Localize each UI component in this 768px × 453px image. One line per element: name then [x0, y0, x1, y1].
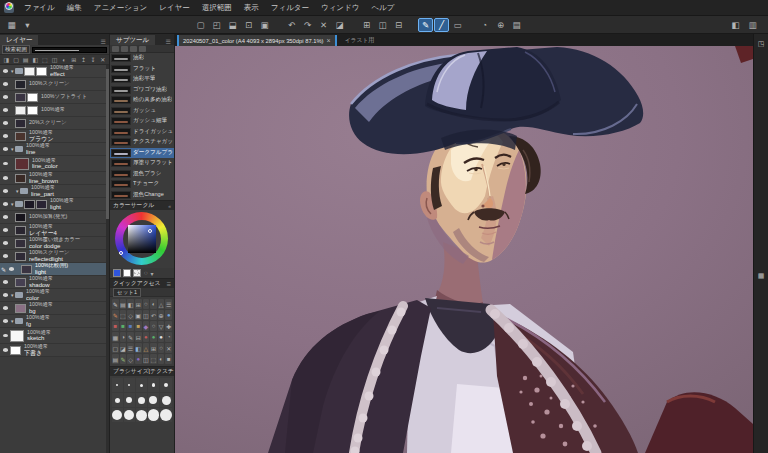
- layer-visibility-icon[interactable]: [1, 78, 10, 90]
- eyedropper-icon[interactable]: ◌: [144, 270, 148, 276]
- quick-access-item-33[interactable]: ◪: [120, 343, 127, 353]
- brush-item-12[interactable]: Tチョーク: [110, 179, 174, 190]
- layer-row-line_part[interactable]: ▼100%通常line_part: [0, 185, 109, 198]
- layer-row-shadow[interactable]: 100%通常shadow: [0, 276, 109, 289]
- brush-item-7[interactable]: ドライガッシュ: [110, 127, 174, 138]
- redo-icon[interactable]: ↷: [300, 18, 315, 32]
- zoom-fit-icon[interactable]: ⊕: [493, 18, 508, 32]
- layer-row-unnamed-3[interactable]: 100%通常: [0, 104, 109, 117]
- brush-item-8[interactable]: テクスチャガッシュ: [110, 137, 174, 148]
- layer-filter-bar[interactable]: [32, 47, 107, 53]
- mask-icon[interactable]: ◐: [60, 55, 69, 64]
- main-color-swatch[interactable]: [113, 269, 121, 277]
- brush-item-3[interactable]: ゴワゴワ油彩: [110, 85, 174, 96]
- layer-visibility-icon[interactable]: [1, 302, 10, 314]
- quick-access-item-12[interactable]: ◫: [143, 310, 150, 320]
- quick-access-item-42[interactable]: ◇: [127, 354, 134, 364]
- brush-item-4[interactable]: 絵の具多め油彩: [110, 95, 174, 106]
- quick-access-item-1[interactable]: ▤: [120, 299, 127, 309]
- layer-visibility-icon[interactable]: [1, 158, 10, 170]
- quick-access-item-13[interactable]: ↶: [150, 310, 157, 320]
- sub-color-swatch[interactable]: [123, 269, 131, 277]
- export-icon[interactable]: ⊡: [241, 18, 256, 32]
- color-history-icon[interactable]: ▾: [151, 270, 154, 277]
- down-icon[interactable]: ↧: [89, 55, 98, 64]
- brush-size-0[interactable]: [112, 378, 123, 392]
- open-file-icon[interactable]: ◰: [209, 18, 224, 32]
- palette-menu-icon[interactable]: ☰: [98, 38, 109, 45]
- quick-access-item-18[interactable]: ■: [127, 321, 134, 331]
- document-tab-0[interactable]: 20240507_01_color (A4 4093 x 2894px 350d…: [177, 35, 337, 46]
- menu-item-3[interactable]: レイヤー: [153, 0, 196, 16]
- layer-row-レイヤー4[interactable]: 100%通常レイヤー4: [0, 224, 109, 237]
- brush-item-10[interactable]: 厚塗りフラット: [110, 158, 174, 169]
- layer-visibility-icon[interactable]: [1, 198, 10, 210]
- quick-access-item-32[interactable]: ▢: [112, 343, 119, 353]
- layer-visibility-icon[interactable]: [1, 289, 10, 301]
- hue-cursor[interactable]: [119, 251, 123, 255]
- layer-visibility-icon[interactable]: [1, 185, 10, 197]
- workspace-icon[interactable]: ◧: [728, 18, 743, 32]
- color-set-icon[interactable]: [5, 2, 13, 10]
- menu-item-6[interactable]: フィルター: [265, 0, 315, 16]
- category-icon-4[interactable]: [139, 46, 146, 52]
- menu-item-5[interactable]: 表示: [238, 0, 265, 16]
- layer-row-color dodge[interactable]: 100%覆い焼きカラーcolor dodge: [0, 237, 109, 250]
- menu-item-4[interactable]: 選択範囲: [196, 0, 238, 16]
- menu-item-2[interactable]: アニメーション: [88, 0, 154, 16]
- layer-row-sketch[interactable]: 100%通常sketch: [0, 328, 109, 344]
- layer-row-line_brown[interactable]: 100%通常line_brown: [0, 172, 109, 185]
- quick-access-set-dropdown[interactable]: セット1: [113, 288, 141, 297]
- vector-snap-icon[interactable]: ▭: [450, 18, 465, 32]
- brush-size-13[interactable]: [148, 408, 160, 422]
- menu-item-0[interactable]: ファイル: [18, 0, 61, 16]
- quick-access-item-44[interactable]: ◫: [143, 354, 150, 364]
- quick-access-item-43[interactable]: ●: [135, 354, 142, 364]
- layer-row-unnamed-1[interactable]: 100%スクリーン: [0, 78, 109, 91]
- canvas-artwork[interactable]: [175, 46, 753, 453]
- palette-dock-icon[interactable]: ▦: [4, 18, 19, 32]
- layer-visibility-icon[interactable]: [1, 315, 10, 327]
- quick-access-item-16[interactable]: ■: [112, 321, 119, 331]
- layer-visibility-icon[interactable]: [1, 130, 10, 142]
- layer-visibility-icon[interactable]: [1, 172, 10, 184]
- quick-access-item-15[interactable]: ●: [165, 310, 172, 320]
- quick-access-item-4[interactable]: ○: [143, 299, 150, 309]
- quick-access-item-29[interactable]: ●: [150, 332, 157, 342]
- layer-visibility-icon[interactable]: [1, 117, 10, 129]
- quick-access-item-46[interactable]: ◐: [158, 354, 165, 364]
- transparent-color-chip[interactable]: [133, 269, 141, 277]
- layer-visibility-icon[interactable]: [1, 211, 10, 223]
- layer-row-下書き[interactable]: 100%通常下書き: [0, 344, 109, 357]
- quick-access-item-35[interactable]: ◧: [135, 343, 142, 353]
- layer-visibility-icon[interactable]: [1, 250, 10, 262]
- quick-access-item-23[interactable]: ✚: [165, 321, 172, 331]
- collapse-icon[interactable]: «: [168, 203, 171, 209]
- quick-access-item-9[interactable]: ⬚: [120, 310, 127, 320]
- quick-access-item-37[interactable]: ⊞: [150, 343, 157, 353]
- color-wheel[interactable]: [110, 210, 174, 268]
- layer-row-light[interactable]: ▼100%通常light: [0, 198, 109, 211]
- brush-size-5[interactable]: [112, 393, 123, 407]
- quick-access-item-26[interactable]: ✎: [127, 332, 134, 342]
- new-layer-icon[interactable]: ▢: [12, 55, 21, 64]
- brush-size-3[interactable]: [148, 378, 160, 392]
- navigator-icon[interactable]: ▤: [509, 18, 524, 32]
- layer-row-fg[interactable]: ▼100%通常fg: [0, 315, 109, 328]
- tab-subtool[interactable]: サブツール: [110, 35, 155, 45]
- sv-cursor[interactable]: [148, 229, 152, 233]
- brush-size-8[interactable]: [148, 393, 160, 407]
- menu-item-7[interactable]: ウィンドウ: [315, 0, 365, 16]
- brush-item-5[interactable]: ガッシュ: [110, 106, 174, 117]
- brush-item-11[interactable]: 混色ブラシ: [110, 169, 174, 180]
- color-wheel-header[interactable]: カラーサークル «: [110, 200, 174, 210]
- layer-row-unnamed-4[interactable]: 20%スクリーン: [0, 117, 109, 130]
- brush-item-2[interactable]: 油彩平筆: [110, 74, 174, 85]
- quick-access-item-34[interactable]: ☰: [127, 343, 134, 353]
- quick-access-item-3[interactable]: ⊞: [135, 299, 142, 309]
- quick-access-item-7[interactable]: ☰: [165, 299, 172, 309]
- layer-visibility-icon[interactable]: [1, 237, 10, 249]
- rotate-view-icon[interactable]: ◔: [477, 18, 492, 32]
- quick-access-item-28[interactable]: ●: [143, 332, 150, 342]
- material-drawer-icon[interactable]: ▥: [745, 18, 760, 32]
